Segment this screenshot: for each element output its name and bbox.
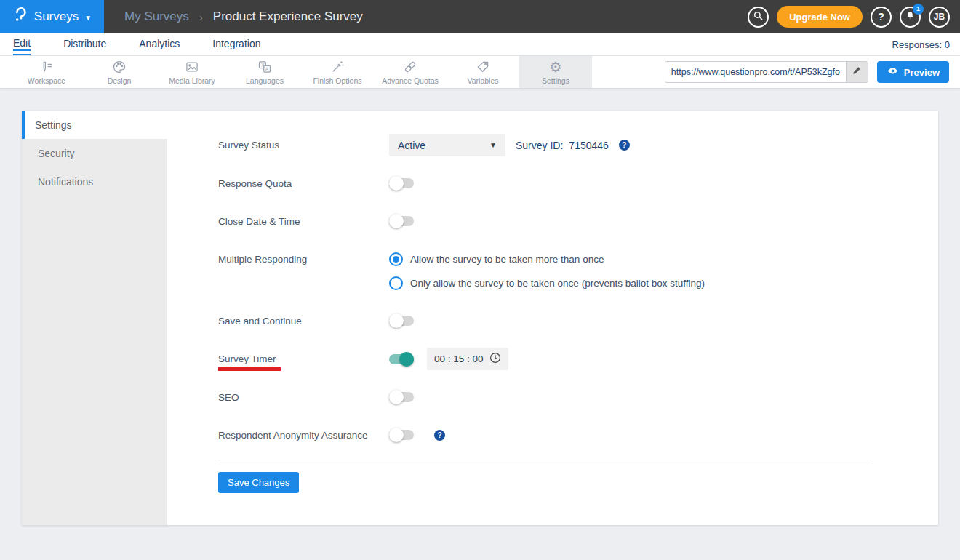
tab-integration-label: Integration — [212, 38, 260, 49]
radio-option-label: Allow the survey to be taken more than o… — [410, 254, 604, 265]
save-continue-toggle[interactable] — [389, 316, 414, 326]
question-mark-icon: ? — [878, 11, 884, 23]
toolbar-item-variables[interactable]: Variables — [447, 56, 519, 88]
product-switcher[interactable]: Surveys ▼ — [0, 0, 104, 33]
avatar-initials: JB — [934, 12, 945, 22]
chain-links-icon — [402, 60, 418, 74]
avatar[interactable]: JB — [929, 7, 950, 28]
anonymity-help-icon[interactable]: ? — [434, 430, 445, 441]
survey-url-input[interactable] — [665, 62, 846, 82]
radio-unselected-icon[interactable] — [389, 276, 403, 290]
toggle-knob — [389, 214, 404, 228]
survey-id-label: Survey ID: — [516, 140, 563, 151]
notifications-button[interactable]: 1 — [900, 7, 921, 28]
radio-selected-icon[interactable] — [389, 252, 403, 266]
anonymity-label: Respondent Anonymity Assurance — [218, 430, 389, 441]
radio-option-multiple-times[interactable]: Allow the survey to be taken more than o… — [389, 248, 705, 270]
preview-button[interactable]: Preview — [877, 61, 949, 83]
workspace-icon — [39, 60, 55, 74]
toolbar-item-design[interactable]: Design — [83, 56, 156, 88]
chevron-down-icon: ▼ — [84, 14, 92, 22]
seo-row: SEO — [218, 386, 938, 408]
sidebar-item-security[interactable]: Security — [22, 139, 167, 167]
tag-icon — [475, 60, 491, 74]
help-button[interactable]: ? — [871, 7, 892, 28]
sidebar-item-settings[interactable]: Settings — [22, 111, 167, 139]
tab-distribute[interactable]: Distribute — [63, 33, 106, 55]
toggle-knob — [389, 428, 404, 442]
survey-status-row: Survey Status Active ▼ Survey ID: 715044… — [218, 134, 938, 156]
tab-integration[interactable]: Integration — [212, 33, 260, 55]
toolbar-item-label: Finish Options — [313, 76, 361, 85]
survey-status-label: Survey Status — [218, 140, 389, 151]
survey-timer-value: 00 : 15 : 00 — [434, 353, 484, 364]
form-divider — [218, 460, 871, 460]
top-header: Surveys ▼ My Surveys › Product Experienc… — [0, 0, 960, 33]
toolbar-item-finish-options[interactable]: Finish Options — [301, 56, 374, 88]
upgrade-now-button[interactable]: Upgrade Now — [777, 6, 863, 28]
notification-count-badge: 1 — [913, 4, 924, 15]
anonymity-toggle[interactable] — [389, 430, 414, 440]
editor-toolbar: Workspace Design Media Library 文A Langua… — [0, 56, 960, 89]
settings-form: Survey Status Active ▼ Survey ID: 715044… — [167, 111, 938, 525]
toolbar-items: Workspace Design Media Library 文A Langua… — [10, 56, 592, 88]
radio-option-once-only[interactable]: Only allow the survey to be taken once (… — [389, 272, 705, 294]
toolbar-item-advance-quotas[interactable]: Advance Quotas — [374, 56, 447, 88]
magic-wand-icon — [329, 60, 345, 74]
search-button[interactable] — [748, 7, 769, 28]
responses-count[interactable]: Responses: 0 — [892, 39, 951, 50]
tab-analytics[interactable]: Analytics — [139, 33, 180, 55]
breadcrumb-separator-icon: › — [199, 11, 203, 23]
survey-timer-duration-field[interactable]: 00 : 15 : 00 — [427, 348, 508, 370]
tabs-group: Edit Distribute Analytics Integration — [13, 33, 260, 55]
close-date-row: Close Date & Time — [218, 210, 938, 232]
svg-text:A: A — [265, 66, 269, 71]
breadcrumb-current-survey: Product Experience Survey — [213, 9, 363, 24]
image-icon — [184, 60, 200, 74]
seo-label: SEO — [218, 392, 389, 403]
toolbar-item-label: Workspace — [28, 76, 65, 85]
breadcrumb-my-surveys[interactable]: My Surveys — [124, 9, 189, 24]
response-quota-toggle[interactable] — [389, 178, 414, 188]
pencil-icon — [852, 65, 862, 79]
radio-option-label: Only allow the survey to be taken once (… — [410, 278, 705, 289]
toggle-knob — [389, 176, 404, 191]
multiple-responding-label: Multiple Responding — [218, 254, 389, 265]
survey-id-help-icon[interactable]: ? — [619, 140, 630, 151]
toggle-knob — [399, 352, 414, 367]
preview-label: Preview — [904, 67, 940, 78]
sidebar-item-notifications[interactable]: Notifications — [22, 167, 167, 196]
save-continue-row: Save and Continue — [218, 310, 938, 332]
toolbar-item-label: Design — [108, 76, 132, 85]
toolbar-item-label: Languages — [246, 76, 284, 85]
questionpro-logo-icon — [12, 6, 28, 28]
header-actions: Upgrade Now ? 1 JB — [748, 6, 950, 28]
toolbar-item-workspace[interactable]: Workspace — [10, 56, 83, 88]
survey-timer-toggle[interactable] — [389, 354, 414, 364]
toolbar-item-label: Media Library — [169, 76, 215, 85]
survey-url-field — [665, 61, 868, 83]
toolbar-item-media-library[interactable]: Media Library — [156, 56, 228, 88]
close-date-label: Close Date & Time — [218, 216, 389, 227]
multiple-responding-options: Allow the survey to be taken more than o… — [389, 248, 705, 294]
tab-edit[interactable]: Edit — [13, 33, 31, 55]
edit-url-button[interactable] — [846, 62, 868, 82]
response-quota-label: Response Quota — [218, 178, 389, 189]
toolbar-item-languages[interactable]: 文A Languages — [228, 56, 301, 88]
palette-icon — [111, 60, 127, 74]
toolbar-item-label: Settings — [542, 76, 569, 85]
product-menu-label: Surveys — [34, 9, 79, 24]
survey-timer-row: Survey Timer 00 : 15 : 00 — [218, 348, 938, 370]
close-date-toggle[interactable] — [389, 216, 414, 226]
breadcrumb: My Surveys › Product Experience Survey — [124, 9, 363, 24]
anonymity-row: Respondent Anonymity Assurance ? — [218, 424, 938, 446]
toolbar-item-settings[interactable]: ⚙ Settings — [519, 56, 592, 88]
search-icon — [753, 10, 764, 23]
survey-status-dropdown[interactable]: Active ▼ — [389, 134, 505, 156]
tab-edit-label: Edit — [13, 37, 31, 51]
save-changes-button[interactable]: Save Changes — [218, 472, 299, 493]
survey-timer-label-text: Survey Timer — [218, 353, 276, 364]
toolbar-right-group: Preview — [665, 56, 949, 88]
seo-toggle[interactable] — [389, 392, 414, 402]
gear-icon: ⚙ — [549, 60, 562, 74]
